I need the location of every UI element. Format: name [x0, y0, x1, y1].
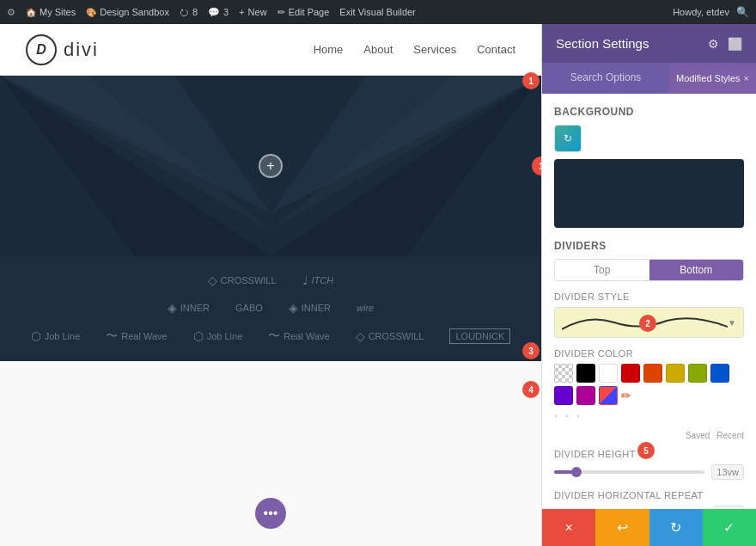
divider-height-track[interactable] [554, 470, 704, 474]
admin-search-icon[interactable]: 🔍 [736, 6, 749, 18]
admin-bar-sandbox[interactable]: 🎨 Design Sandbox [86, 7, 169, 17]
admin-bar-mysites[interactable]: 🏠 My Sites [26, 7, 76, 17]
color-swatch-purple[interactable] [554, 386, 573, 405]
purple-menu-button[interactable]: ••• [255, 498, 286, 529]
nav-services[interactable]: Services [413, 43, 456, 56]
admin-bar-right: Howdy, etdev 🔍 [673, 6, 749, 18]
toolbar-cancel-button[interactable]: × [542, 509, 595, 546]
save-icon: ✓ [723, 519, 735, 536]
color-swatch-yellow-green[interactable] [688, 364, 707, 383]
divider-height-label: Divider Height [554, 449, 744, 459]
color-swatch-magenta[interactable] [576, 386, 595, 405]
color-swatch-red[interactable] [621, 364, 640, 383]
admin-bar-exitbuilder[interactable]: Exit Visual Builder [339, 7, 415, 17]
logo-inner-1: ◈ INNER [168, 301, 210, 315]
color-recent-label: Recent [716, 431, 744, 440]
site-nav-links: Home About Services Contact [314, 43, 515, 56]
color-saved-recent: Saved Recent [554, 431, 744, 440]
site-nav: D divi Home About Services Contact [0, 24, 541, 76]
site-logo: D divi [26, 34, 99, 65]
color-swatch-white[interactable] [599, 364, 618, 383]
panel-header: Section Settings ⚙ ⬜ [542, 24, 756, 63]
nav-about[interactable]: About [363, 43, 393, 56]
dividers-label: Dividers [554, 240, 744, 252]
admin-bar-editpage[interactable]: ✏ Edit Page [277, 7, 330, 18]
bg-swatch-gradient[interactable]: ↻ [554, 125, 582, 152]
logo-jobline-1: ⬡ Job Line [31, 329, 81, 343]
admin-bar-new[interactable]: + New [239, 7, 266, 17]
logo-text: divi [64, 39, 99, 61]
logos-row-1: ◇ CROSSWILL ♩ ITCH [26, 273, 515, 287]
tab-search-options[interactable]: Search Options [542, 63, 669, 94]
preview-area: D divi Home About Services Contact [0, 24, 541, 546]
logo-circle: D [26, 34, 57, 65]
admin-howdy: Howdy, etdev [673, 7, 729, 17]
logo-jobline-2: ⬡ Job Line [193, 329, 243, 343]
color-row: ✏ [554, 364, 744, 405]
color-more-dots: · · · [554, 408, 744, 424]
nav-contact[interactable]: Contact [477, 43, 515, 56]
admin-bar: ⚙ 🏠 My Sites 🎨 Design Sandbox ⭮ 8 💬 3 + … [0, 0, 756, 24]
svg-rect-9 [562, 314, 728, 331]
nav-home[interactable]: Home [314, 43, 344, 56]
admin-bar-updates[interactable]: ⭮ 8 [180, 7, 198, 17]
color-swatch-yellow[interactable] [666, 364, 685, 383]
color-swatch-transparent[interactable] [554, 364, 573, 383]
color-swatch-orange-red[interactable] [643, 364, 662, 383]
toolbar-save-button[interactable]: ✓ [703, 509, 756, 546]
color-swatch-multicolor[interactable] [599, 386, 618, 405]
panel-content: Background ↻ Dividers Top Bottom Divider… [542, 94, 756, 508]
logo-loudnick: LOUDNICK [449, 328, 510, 344]
logo-crosswill: ◇ CROSSWILL [208, 273, 277, 287]
logos-row-3: ⬡ Job Line 〜 Real Wave ⬡ Job Line 〜 Real… [26, 328, 515, 344]
bg-swatch-row: ↻ [554, 125, 744, 152]
color-pencil-icon[interactable]: ✏ [621, 389, 631, 402]
divider-height-thumb[interactable] [571, 467, 582, 477]
panel-settings-icon[interactable]: ⚙ [708, 37, 719, 51]
hero-section: + 1 [0, 76, 541, 256]
main-layout: D divi Home About Services Contact [0, 24, 756, 546]
logos-row-2: ◈ INNER GABO ◈ INNER wire [26, 301, 515, 315]
color-swatch-blue[interactable] [710, 364, 729, 383]
divider-hrepeat-label: Divider Horizontal Repeat [554, 490, 744, 500]
panel-expand-icon[interactable]: ⬜ [728, 37, 742, 51]
panel-header-icons: ⚙ ⬜ [708, 37, 742, 51]
toolbar-undo-button[interactable]: ↩ [595, 509, 649, 546]
divider-height-value: 13vw [711, 464, 744, 480]
white-section: ••• [0, 361, 541, 546]
toolbar-redo-button[interactable]: ↻ [649, 509, 703, 546]
divider-style-chevron: ▼ [728, 318, 736, 328]
color-saved-label: Saved [686, 431, 710, 440]
divider-tab-top[interactable]: Top [555, 260, 649, 280]
panel-tabs: Search Options Modified Styles × [542, 63, 756, 94]
admin-bar-comments[interactable]: 💬 3 [208, 7, 229, 18]
divider-height-slider-row: 13vw [554, 464, 744, 480]
color-swatch-black[interactable] [576, 364, 595, 383]
admin-bar-wp[interactable]: ⚙ [7, 7, 15, 18]
panel-title: Section Settings [556, 36, 649, 51]
divider-style-select[interactable]: ▼ [554, 307, 744, 338]
background-label: Background [554, 106, 744, 118]
divider-style-preview [562, 314, 728, 331]
tab-modified-styles[interactable]: Modified Styles × [669, 63, 756, 94]
logo-itch: ♩ ITCH [302, 273, 334, 287]
divider-tabs: Top Bottom [554, 259, 744, 281]
divider-tab-bottom[interactable]: Bottom [649, 260, 744, 280]
add-content-button[interactable]: + [259, 154, 283, 178]
redo-icon: ↻ [670, 519, 681, 536]
modified-close-icon[interactable]: × [744, 73, 749, 83]
logo-realwave-1: 〜 Real Wave [106, 328, 167, 344]
logo-inner-2: ◈ INNER [289, 301, 331, 315]
panel-toolbar: × ↩ ↻ ✓ [542, 508, 756, 546]
right-panel: Section Settings ⚙ ⬜ Search Options Modi… [541, 24, 756, 546]
logo-gabo: GABO [235, 303, 263, 313]
bg-gradient-icon: ↻ [564, 132, 572, 144]
logo-wire: wire [357, 303, 374, 313]
logo-crosswill-2: ◇ CROSSWILL [356, 329, 424, 343]
logos-section: ◇ CROSSWILL ♩ ITCH ◈ INNER GABO ◈ [0, 256, 541, 361]
bg-preview [554, 159, 744, 228]
cancel-icon: × [564, 520, 572, 536]
divider-style-label: Divider Style [554, 291, 744, 302]
divider-color-label: Divider Color [554, 348, 744, 359]
undo-icon: ↩ [617, 519, 628, 536]
